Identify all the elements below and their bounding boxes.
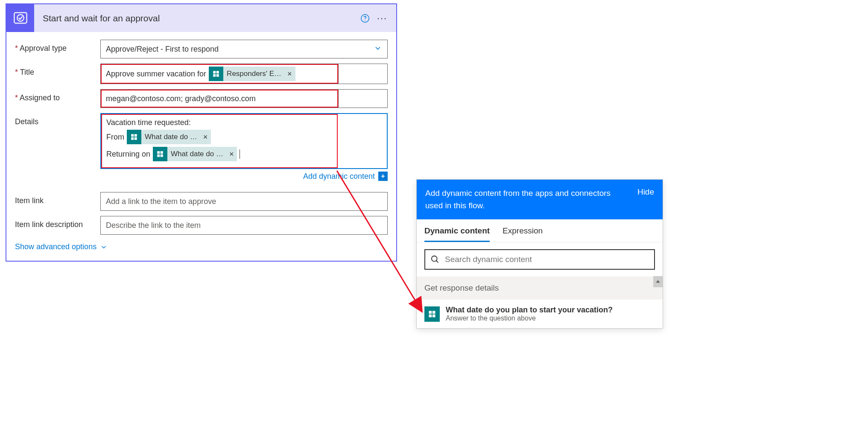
- title-input[interactable]: Approve summer vacation for Responders' …: [100, 64, 388, 84]
- svg-rect-8: [131, 134, 134, 137]
- item-link-desc-label: Item link description: [15, 216, 100, 229]
- help-icon[interactable]: [359, 12, 371, 25]
- remove-token-icon[interactable]: ×: [229, 150, 234, 159]
- remove-token-icon[interactable]: ×: [287, 70, 292, 79]
- details-input[interactable]: Vacation time requested: From What date …: [100, 113, 388, 169]
- title-token-responders-email[interactable]: Responders' E… ×: [209, 67, 295, 81]
- svg-rect-19: [429, 314, 432, 317]
- scroll-up-icon[interactable]: [653, 276, 663, 287]
- details-row: Details Vacation time requested: From: [15, 113, 388, 187]
- add-dynamic-content-link[interactable]: Add dynamic content: [303, 172, 375, 181]
- svg-point-3: [365, 20, 365, 20]
- add-dynamic-plus-icon[interactable]: +: [378, 172, 388, 181]
- search-icon: [430, 255, 440, 264]
- svg-rect-4: [213, 71, 216, 73]
- tab-expression[interactable]: Expression: [503, 226, 543, 242]
- title-label: * Title: [15, 64, 100, 77]
- assigned-to-dynamic-area[interactable]: [338, 90, 387, 108]
- assigned-to-row: * Assigned to megan@contoso.com; grady@c…: [15, 89, 388, 108]
- approval-action-card: Start and wait for an approval ··· * App…: [6, 3, 397, 262]
- item-link-desc-row: Item link description: [15, 216, 388, 235]
- svg-rect-15: [161, 154, 163, 157]
- approval-type-label: * Approval type: [15, 40, 100, 53]
- title-text: Approve summer vacation for: [106, 70, 206, 79]
- chevron-down-icon: [374, 44, 382, 55]
- item-link-desc-input[interactable]: [100, 216, 388, 235]
- dynamic-content-section-header: Get response details: [417, 277, 663, 300]
- approval-type-value: Approve/Reject - First to respond: [106, 45, 219, 54]
- forms-icon: [209, 67, 223, 81]
- remove-token-icon[interactable]: ×: [203, 133, 208, 142]
- forms-icon: [127, 130, 141, 144]
- title-row: * Title Approve summer vacation for Resp…: [15, 64, 388, 84]
- card-body: * Approval type Approve/Reject - First t…: [6, 32, 396, 261]
- assigned-to-input[interactable]: megan@contoso.com; grady@contoso.com: [100, 89, 388, 108]
- dynamic-content-search[interactable]: [424, 249, 655, 270]
- approval-icon: [6, 4, 34, 32]
- details-from-text: From: [106, 133, 124, 142]
- svg-rect-12: [157, 151, 160, 154]
- more-menu-icon[interactable]: ···: [376, 13, 389, 24]
- svg-rect-5: [216, 71, 219, 73]
- card-header[interactable]: Start and wait for an approval ···: [6, 4, 396, 32]
- svg-rect-20: [433, 314, 435, 317]
- dynamic-content-item-title: What date do you plan to start your vaca…: [446, 306, 613, 315]
- assigned-to-label: * Assigned to: [15, 89, 100, 102]
- title-input-dynamic-area[interactable]: [338, 64, 387, 84]
- svg-point-1: [17, 15, 24, 21]
- svg-rect-14: [157, 154, 160, 157]
- details-label: Details: [15, 113, 100, 126]
- dynamic-content-search-input[interactable]: [445, 255, 649, 264]
- hide-panel-link[interactable]: Hide: [637, 187, 654, 197]
- dynamic-content-header: Add dynamic content from the apps and co…: [417, 180, 663, 219]
- tab-dynamic-content[interactable]: Dynamic content: [424, 226, 490, 242]
- details-return-token[interactable]: What date do … ×: [153, 147, 237, 161]
- svg-rect-9: [134, 134, 137, 137]
- dynamic-content-header-text: Add dynamic content from the apps and co…: [425, 187, 622, 212]
- item-link-label: Item link: [15, 192, 100, 205]
- details-from-token[interactable]: What date do … ×: [127, 130, 211, 144]
- assigned-to-value: megan@contoso.com; grady@contoso.com: [106, 94, 256, 103]
- svg-rect-13: [161, 151, 163, 154]
- svg-rect-18: [433, 311, 435, 314]
- item-link-input[interactable]: [100, 192, 388, 211]
- dynamic-content-tabs: Dynamic content Expression: [417, 219, 663, 242]
- svg-rect-10: [131, 137, 134, 140]
- forms-icon: [153, 147, 167, 161]
- dynamic-content-item-subtitle: Answer to the question above: [446, 315, 613, 322]
- svg-rect-11: [134, 137, 137, 140]
- forms-icon: [424, 306, 440, 322]
- text-cursor: [240, 149, 240, 159]
- show-advanced-options-link[interactable]: Show advanced options: [15, 242, 108, 251]
- svg-point-16: [432, 256, 437, 262]
- dynamic-content-list: What date do you plan to start your vaca…: [417, 300, 663, 328]
- dynamic-content-panel: Add dynamic content from the apps and co…: [416, 179, 663, 329]
- approval-type-row: * Approval type Approve/Reject - First t…: [15, 40, 388, 58]
- item-link-row: Item link: [15, 192, 388, 211]
- details-dynamic-area[interactable]: [338, 114, 387, 168]
- card-title: Start and wait for an approval: [34, 13, 359, 23]
- svg-rect-7: [216, 74, 219, 77]
- approval-type-select[interactable]: Approve/Reject - First to respond: [100, 40, 388, 58]
- svg-rect-6: [213, 74, 216, 77]
- details-header-text: Vacation time requested:: [106, 118, 333, 127]
- svg-rect-17: [429, 311, 432, 314]
- chevron-down-icon: [100, 243, 108, 251]
- dynamic-content-item[interactable]: What date do you plan to start your vaca…: [417, 300, 663, 328]
- details-return-text: Returning on: [106, 150, 150, 159]
